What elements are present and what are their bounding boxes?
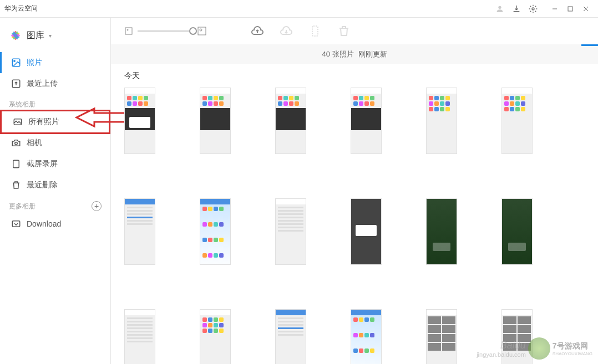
size-small-icon bbox=[124, 27, 133, 35]
info-bar: 40 张照片 刚刚更新 bbox=[111, 44, 598, 64]
watermark: Baidu jingyan.baidu.com 7号游戏网 SHAOYOUXIW… bbox=[477, 337, 592, 360]
photo-thumbnail[interactable] bbox=[426, 309, 457, 364]
toolbar bbox=[111, 18, 598, 44]
photo-thumbnail[interactable] bbox=[426, 198, 457, 265]
camera-icon bbox=[11, 138, 21, 148]
image-icon bbox=[11, 58, 21, 68]
maximize-button[interactable] bbox=[562, 0, 578, 18]
sidebar-header[interactable]: 图库 ▾ bbox=[0, 24, 110, 47]
svg-rect-17 bbox=[13, 160, 19, 168]
svg-point-16 bbox=[15, 142, 18, 145]
sidebar-title: 图库 bbox=[27, 30, 44, 42]
trash-icon bbox=[11, 180, 21, 190]
sidebar: 图库 ▾ 照片 最近上传 系统相册 所有照片 相机 bbox=[0, 18, 111, 364]
photo-grid: ♪♪ bbox=[124, 88, 585, 364]
main-panel: 40 张照片 刚刚更新 今天 ♪♪ bbox=[111, 18, 598, 364]
photo-thumbnail[interactable] bbox=[200, 198, 231, 265]
accent-indicator bbox=[581, 44, 598, 46]
screenshot-icon bbox=[11, 159, 21, 169]
date-group-label: 今天 bbox=[124, 71, 585, 81]
nav-label: 所有照片 bbox=[28, 117, 59, 127]
photo-thumbnail[interactable] bbox=[124, 198, 155, 265]
svg-point-22 bbox=[200, 29, 202, 31]
photo-thumbnail[interactable] bbox=[351, 309, 382, 364]
watermark-brand: 7号游戏网 bbox=[553, 341, 592, 351]
photo-thumbnail[interactable] bbox=[275, 309, 306, 364]
nav-recent-upload[interactable]: 最近上传 bbox=[0, 73, 110, 94]
device-icon[interactable] bbox=[308, 24, 322, 38]
photo-thumbnail[interactable] bbox=[501, 88, 533, 154]
svg-point-0 bbox=[498, 6, 501, 8]
minimize-button[interactable] bbox=[547, 0, 562, 18]
svg-point-1 bbox=[532, 8, 534, 10]
title-bar: 华为云空间 bbox=[0, 0, 598, 18]
close-button[interactable] bbox=[578, 0, 594, 18]
cloud-download-icon[interactable] bbox=[280, 24, 293, 38]
photo-thumbnail[interactable] bbox=[351, 88, 382, 154]
svg-point-20 bbox=[127, 29, 128, 30]
section-more-albums: 更多相册 + bbox=[0, 196, 110, 213]
nav-all-photos[interactable]: 所有照片 bbox=[2, 111, 109, 132]
svg-rect-21 bbox=[198, 27, 206, 35]
nav-screenshots[interactable]: 截屏录屏 bbox=[0, 153, 110, 175]
svg-rect-3 bbox=[568, 7, 572, 11]
photo-thumbnail[interactable] bbox=[275, 198, 306, 265]
gallery-logo-icon bbox=[9, 29, 22, 42]
user-icon[interactable] bbox=[495, 4, 505, 14]
watermark-sub: SHAOYOUXIWANG bbox=[553, 351, 592, 356]
nav-label: 截屏录屏 bbox=[27, 159, 58, 169]
photo-thumbnail[interactable] bbox=[351, 198, 382, 265]
nav-recent-delete[interactable]: 最近删除 bbox=[0, 175, 110, 196]
svg-rect-23 bbox=[312, 26, 318, 36]
photo-grid-content: 今天 ♪♪ bbox=[111, 64, 598, 364]
photo-thumbnail[interactable] bbox=[426, 88, 457, 154]
dropdown-caret-icon: ▾ bbox=[49, 33, 52, 39]
thumbnail-size-slider[interactable] bbox=[138, 30, 193, 32]
photo-thumbnail[interactable] bbox=[124, 88, 155, 154]
upload-icon bbox=[11, 79, 21, 89]
section-label: 更多相册 bbox=[9, 202, 36, 211]
photo-thumbnail[interactable] bbox=[275, 88, 306, 154]
svg-rect-19 bbox=[125, 28, 132, 34]
nav-photos[interactable]: 照片 bbox=[0, 52, 110, 73]
nav-label: 最近删除 bbox=[27, 180, 58, 190]
app-title: 华为云空间 bbox=[4, 4, 38, 13]
svg-rect-18 bbox=[12, 221, 20, 227]
download-icon[interactable] bbox=[511, 4, 521, 14]
section-system-albums: 系统相册 bbox=[0, 94, 110, 111]
delete-icon[interactable] bbox=[337, 24, 351, 38]
photos-icon bbox=[13, 117, 23, 127]
update-status: 刚刚更新 bbox=[358, 49, 387, 59]
folder-icon bbox=[11, 219, 21, 229]
settings-icon[interactable] bbox=[528, 4, 538, 14]
nav-label: 相机 bbox=[27, 138, 42, 148]
cloud-upload-icon[interactable] bbox=[251, 24, 264, 38]
photo-thumbnail[interactable] bbox=[200, 309, 231, 364]
svg-point-13 bbox=[14, 60, 15, 61]
add-album-button[interactable]: + bbox=[92, 201, 102, 211]
photo-thumbnail[interactable] bbox=[501, 198, 533, 265]
nav-download[interactable]: Download bbox=[0, 213, 110, 234]
photo-thumbnail[interactable] bbox=[124, 309, 155, 364]
nav-camera[interactable]: 相机 bbox=[0, 132, 110, 153]
watermark-logo-icon bbox=[528, 337, 550, 360]
nav-label: 最近上传 bbox=[27, 79, 58, 89]
size-large-icon bbox=[197, 27, 206, 35]
watermark-url: jingyan.baidu.com bbox=[477, 351, 526, 358]
photo-thumbnail[interactable] bbox=[200, 88, 231, 154]
nav-label: 照片 bbox=[27, 58, 42, 68]
photo-count: 40 张照片 bbox=[322, 49, 353, 59]
nav-label: Download bbox=[27, 219, 61, 228]
